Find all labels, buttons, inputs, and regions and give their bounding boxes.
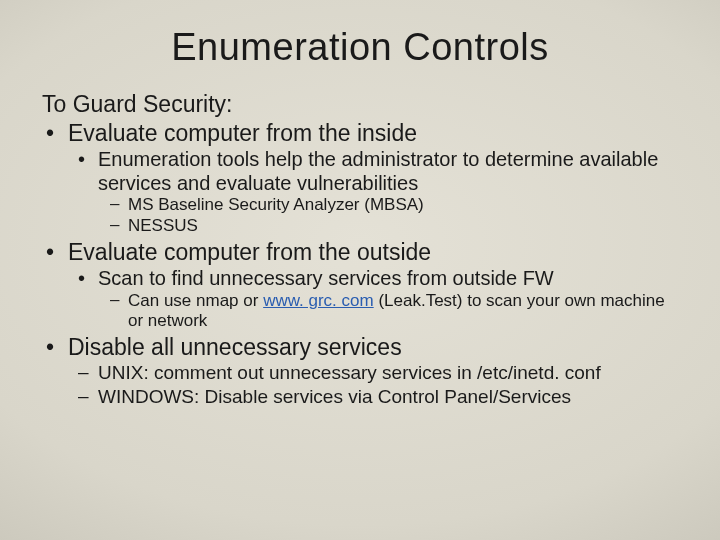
list-item: Evaluate computer from the inside xyxy=(42,120,678,147)
slide: Enumeration Controls To Guard Security: … xyxy=(0,0,720,540)
list-item: Disable all unnecessary services xyxy=(42,334,678,361)
list-item: UNIX: comment out unnecessary services i… xyxy=(42,362,678,385)
list-item: MS Baseline Security Analyzer (MBSA) xyxy=(42,195,678,216)
lead-text: To Guard Security: xyxy=(42,91,678,118)
slide-body: To Guard Security: Evaluate computer fro… xyxy=(42,91,678,409)
list-item: Evaluate computer from the outside xyxy=(42,239,678,266)
slide-title: Enumeration Controls xyxy=(42,26,678,69)
list-item: Scan to find unnecessary services from o… xyxy=(42,267,678,291)
bullet-list: Evaluate computer from the inside Enumer… xyxy=(42,120,678,409)
list-item: NESSUS xyxy=(42,216,678,237)
list-item: Can use nmap or www. grc. com (Leak.Test… xyxy=(42,291,678,332)
list-item: WINDOWS: Disable services via Control Pa… xyxy=(42,386,678,409)
list-item: Enumeration tools help the administrator… xyxy=(42,148,678,195)
text-fragment: Can use nmap or xyxy=(128,291,263,310)
grc-link[interactable]: www. grc. com xyxy=(263,291,374,310)
